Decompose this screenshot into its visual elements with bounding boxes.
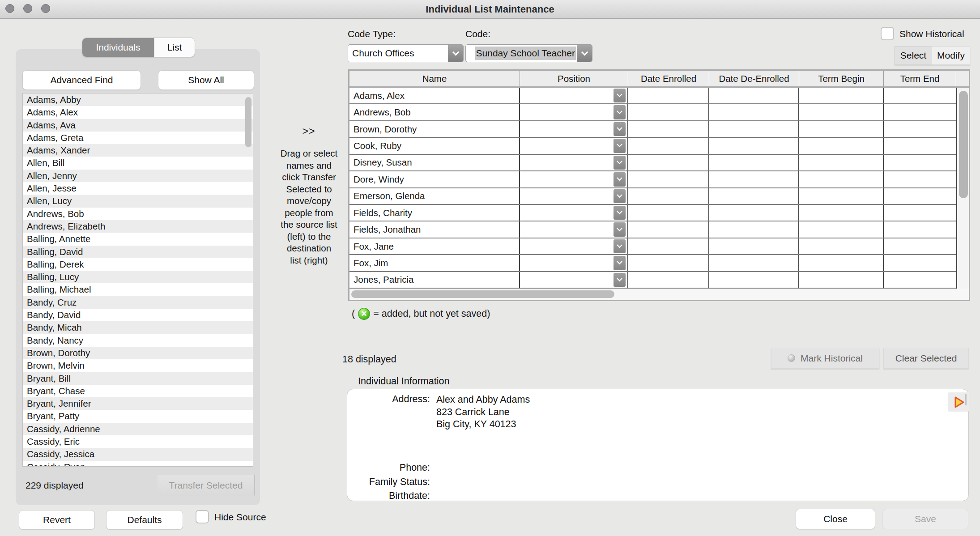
position-dropdown-button[interactable] — [614, 189, 626, 203]
column-header-position[interactable]: Position — [520, 71, 628, 86]
cell-date-de-enrolled[interactable] — [709, 221, 799, 237]
cell-term-end[interactable] — [884, 121, 956, 137]
table-row[interactable]: Andrews, Bob — [349, 104, 956, 121]
position-dropdown-button[interactable] — [614, 139, 626, 153]
list-item[interactable]: Cassidy, Adrienne — [23, 423, 253, 435]
list-item[interactable]: Brown, Melvin — [23, 359, 253, 372]
cell-date-enrolled[interactable] — [628, 121, 709, 137]
info-scrollbar-thumb[interactable] — [965, 394, 967, 405]
table-horizontal-scrollbar[interactable] — [349, 289, 969, 300]
position-dropdown-button[interactable] — [614, 222, 626, 236]
list-item[interactable]: Cassidy, Ryan — [23, 461, 253, 467]
cell-date-enrolled[interactable] — [628, 255, 709, 271]
position-dropdown-button[interactable] — [614, 172, 626, 186]
column-header-term-begin[interactable]: Term Begin — [799, 71, 884, 86]
cell-term-begin[interactable] — [799, 205, 884, 221]
list-item[interactable]: Adams, Ava — [23, 119, 253, 132]
table-row[interactable]: Disney, Susan — [349, 155, 956, 171]
cell-term-end[interactable] — [884, 221, 956, 237]
cell-term-end[interactable] — [884, 272, 956, 288]
list-item[interactable]: Adams, Abby — [23, 94, 253, 106]
list-item[interactable]: Balling, Michael — [23, 283, 253, 296]
cell-term-begin[interactable] — [799, 155, 884, 170]
code-type-dropdown[interactable]: Church Offices — [348, 44, 464, 62]
cell-term-end[interactable] — [884, 138, 956, 153]
list-item[interactable]: Bandy, Micah — [23, 321, 253, 334]
cell-date-de-enrolled[interactable] — [709, 188, 799, 204]
code-dropdown-button[interactable] — [577, 45, 592, 62]
list-scrollbar-thumb[interactable] — [245, 97, 251, 147]
cell-date-enrolled[interactable] — [628, 104, 709, 120]
cell-date-de-enrolled[interactable] — [709, 121, 799, 137]
cell-term-end[interactable] — [884, 171, 956, 187]
column-header-term-end[interactable]: Term End — [884, 71, 956, 86]
table-hscroll-thumb[interactable] — [351, 290, 614, 298]
column-header-date-de-enrolled[interactable]: Date De-Enrolled — [709, 71, 799, 86]
cell-term-begin[interactable] — [799, 171, 884, 187]
table-row[interactable]: Brown, Dorothy — [349, 121, 956, 138]
revert-button[interactable]: Revert — [19, 510, 95, 530]
column-header-name[interactable]: Name — [349, 71, 520, 86]
tab-individuals[interactable]: Individuals — [82, 38, 154, 57]
cell-term-begin[interactable] — [799, 104, 884, 120]
cell-term-begin[interactable] — [799, 121, 884, 137]
cell-date-de-enrolled[interactable] — [709, 171, 799, 187]
table-row[interactable]: Cook, Ruby — [349, 138, 956, 154]
cell-date-enrolled[interactable] — [628, 138, 709, 153]
cell-term-end[interactable] — [884, 205, 956, 221]
cell-term-end[interactable] — [884, 188, 956, 204]
cell-date-de-enrolled[interactable] — [709, 205, 799, 221]
cell-term-begin[interactable] — [799, 88, 884, 103]
table-vertical-scrollbar[interactable] — [956, 88, 969, 289]
list-item[interactable]: Bryant, Patty — [23, 410, 253, 422]
list-item[interactable]: Allen, Bill — [23, 157, 253, 169]
table-row[interactable]: Emerson, Glenda — [349, 188, 956, 205]
table-vscroll-thumb[interactable] — [959, 91, 968, 198]
save-button[interactable]: Save — [882, 509, 968, 529]
list-item[interactable]: Balling, Derek — [23, 258, 253, 271]
cell-date-enrolled[interactable] — [628, 205, 709, 221]
column-header-date-enrolled[interactable]: Date Enrolled — [628, 71, 709, 86]
position-dropdown-button[interactable] — [614, 105, 626, 119]
list-item[interactable]: Brown, Dorothy — [23, 347, 253, 359]
close-button[interactable]: Close — [796, 509, 875, 529]
cell-date-enrolled[interactable] — [628, 221, 709, 237]
modify-button[interactable]: Modify — [932, 46, 970, 65]
cell-term-begin[interactable] — [799, 255, 884, 271]
position-dropdown-button[interactable] — [614, 239, 626, 253]
code-dropdown[interactable]: Sunday School Teacher — [465, 44, 592, 62]
defaults-button[interactable]: Defaults — [106, 510, 183, 530]
cell-date-enrolled[interactable] — [628, 238, 709, 254]
list-item[interactable]: Cassidy, Jessica — [23, 448, 253, 460]
position-dropdown-button[interactable] — [614, 156, 626, 170]
list-item[interactable]: Adams, Xander — [23, 144, 253, 157]
cell-date-de-enrolled[interactable] — [709, 272, 799, 288]
source-name-list[interactable]: Adams, Abby Adams, Alex Adams, Ava Adams… — [22, 93, 253, 467]
table-row[interactable]: Jones, Patricia — [349, 272, 956, 289]
cell-date-de-enrolled[interactable] — [709, 255, 799, 271]
list-item[interactable]: Andrews, Elizabeth — [23, 220, 253, 233]
cell-term-begin[interactable] — [799, 238, 884, 254]
cell-date-enrolled[interactable] — [628, 171, 709, 187]
code-type-dropdown-button[interactable] — [448, 45, 463, 62]
cell-date-de-enrolled[interactable] — [709, 104, 799, 120]
cell-term-begin[interactable] — [799, 138, 884, 153]
cell-term-begin[interactable] — [799, 272, 884, 288]
table-row[interactable]: Fox, Jim — [349, 255, 956, 272]
position-dropdown-button[interactable] — [614, 122, 626, 136]
cell-date-de-enrolled[interactable] — [709, 238, 799, 254]
cell-date-enrolled[interactable] — [628, 188, 709, 204]
list-item[interactable]: Bryant, Chase — [23, 385, 253, 397]
select-button[interactable]: Select — [895, 46, 932, 65]
cell-term-begin[interactable] — [799, 221, 884, 237]
cell-date-de-enrolled[interactable] — [709, 88, 799, 103]
cell-term-end[interactable] — [884, 155, 956, 170]
cell-term-begin[interactable] — [799, 188, 884, 204]
list-item[interactable]: Bandy, David — [23, 309, 253, 321]
table-row[interactable]: Fox, Jane — [349, 238, 956, 255]
list-item[interactable]: Cassidy, Eric — [23, 435, 253, 448]
list-item[interactable]: Bryant, Jennifer — [23, 397, 253, 410]
cell-term-end[interactable] — [884, 255, 956, 271]
mark-historical-button[interactable]: Mark Historical — [771, 348, 879, 369]
table-row[interactable]: Fields, Jonathan — [349, 221, 956, 238]
